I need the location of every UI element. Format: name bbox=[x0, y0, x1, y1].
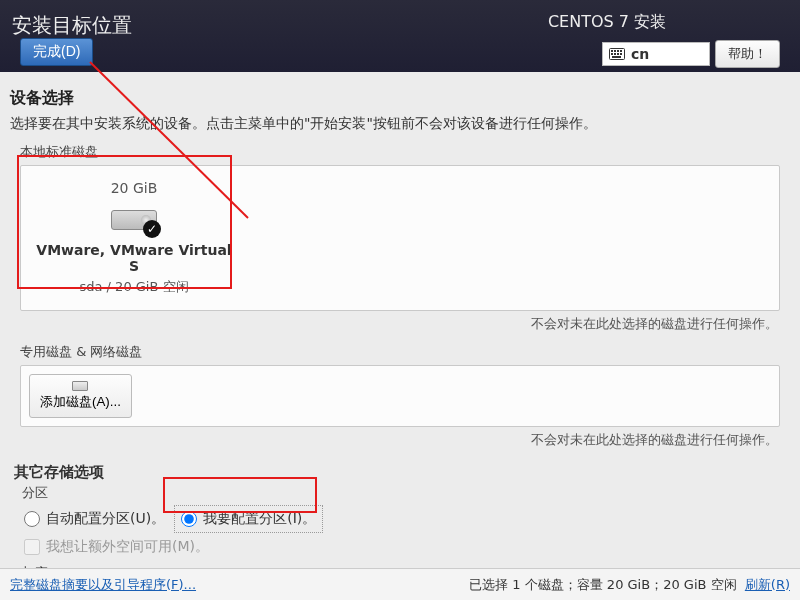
local-disks-note: 不会对未在此处选择的磁盘进行任何操作。 bbox=[10, 315, 778, 333]
keyboard-layout-indicator[interactable]: cn bbox=[602, 42, 710, 66]
special-disks-label: 专用磁盘 & 网络磁盘 bbox=[10, 343, 790, 361]
disk-dev-free: sda / 20 GiB 空闲 bbox=[33, 278, 235, 296]
svg-rect-9 bbox=[612, 56, 621, 58]
footer-bar: 完整磁盘摘要以及引导程序(F)... 已选择 1 个磁盘；容量 20 GiB；2… bbox=[0, 568, 800, 600]
page-title: 安装目标位置 bbox=[12, 12, 132, 39]
disk-card[interactable]: 20 GiB ✓ VMware, VMware Virtual S sda / … bbox=[29, 174, 239, 302]
partition-manual-label: 我要配置分区(I)。 bbox=[203, 510, 316, 528]
partition-auto-radio[interactable] bbox=[24, 511, 40, 527]
svg-rect-2 bbox=[614, 50, 616, 52]
disk-capacity: 20 GiB bbox=[33, 180, 235, 196]
svg-rect-6 bbox=[614, 53, 616, 55]
partition-label: 分区 bbox=[22, 484, 790, 502]
done-button[interactable]: 完成(D) bbox=[20, 38, 93, 66]
extra-space-label: 我想让额外空间可用(M)。 bbox=[46, 538, 209, 556]
installer-name: CENTOS 7 安装 bbox=[548, 12, 666, 33]
partition-manual-option[interactable]: 我要配置分区(I)。 bbox=[177, 508, 320, 530]
local-disks-label: 本地标准磁盘 bbox=[10, 143, 790, 161]
svg-rect-7 bbox=[617, 53, 619, 55]
partition-auto-label: 自动配置分区(U)。 bbox=[46, 510, 165, 528]
help-button[interactable]: 帮助！ bbox=[715, 40, 780, 68]
partition-manual-radio[interactable] bbox=[181, 511, 197, 527]
disk-mini-icon bbox=[72, 381, 88, 391]
svg-rect-8 bbox=[620, 53, 622, 55]
svg-rect-1 bbox=[611, 50, 613, 52]
disk-name: VMware, VMware Virtual S bbox=[33, 242, 235, 274]
keyboard-icon bbox=[609, 48, 625, 60]
keyboard-layout-label: cn bbox=[631, 46, 649, 62]
checkmark-icon: ✓ bbox=[143, 220, 161, 238]
svg-rect-4 bbox=[620, 50, 622, 52]
extra-space-checkbox[interactable] bbox=[24, 539, 40, 555]
add-disk-button[interactable]: 添加磁盘(A)... bbox=[29, 374, 132, 418]
header-bar: 安装目标位置 CENTOS 7 安装 完成(D) cn 帮助！ bbox=[0, 0, 800, 72]
extra-space-option[interactable]: 我想让额外空间可用(M)。 bbox=[24, 538, 790, 556]
hard-drive-icon: ✓ bbox=[111, 206, 157, 236]
add-disk-label: 添加磁盘(A)... bbox=[40, 393, 121, 411]
disk-summary-link[interactable]: 完整磁盘摘要以及引导程序(F)... bbox=[10, 576, 196, 594]
footer-status: 已选择 1 个磁盘；容量 20 GiB；20 GiB 空闲 bbox=[469, 576, 736, 594]
device-selection-title: 设备选择 bbox=[10, 88, 790, 109]
other-storage-title: 其它存储选项 bbox=[14, 463, 790, 482]
partition-auto-option[interactable]: 自动配置分区(U)。 bbox=[24, 510, 165, 528]
device-selection-subtitle: 选择要在其中安装系统的设备。点击主菜单中的"开始安装"按钮前不会对该设备进行任何… bbox=[10, 115, 790, 133]
refresh-link[interactable]: 刷新(R) bbox=[745, 576, 790, 594]
special-disks-panel: 添加磁盘(A)... bbox=[20, 365, 780, 427]
local-disks-panel: 20 GiB ✓ VMware, VMware Virtual S sda / … bbox=[20, 165, 780, 311]
svg-rect-5 bbox=[611, 53, 613, 55]
special-disks-note: 不会对未在此处选择的磁盘进行任何操作。 bbox=[10, 431, 778, 449]
content-area: 设备选择 选择要在其中安装系统的设备。点击主菜单中的"开始安装"按钮前不会对该设… bbox=[0, 72, 800, 582]
svg-rect-3 bbox=[617, 50, 619, 52]
